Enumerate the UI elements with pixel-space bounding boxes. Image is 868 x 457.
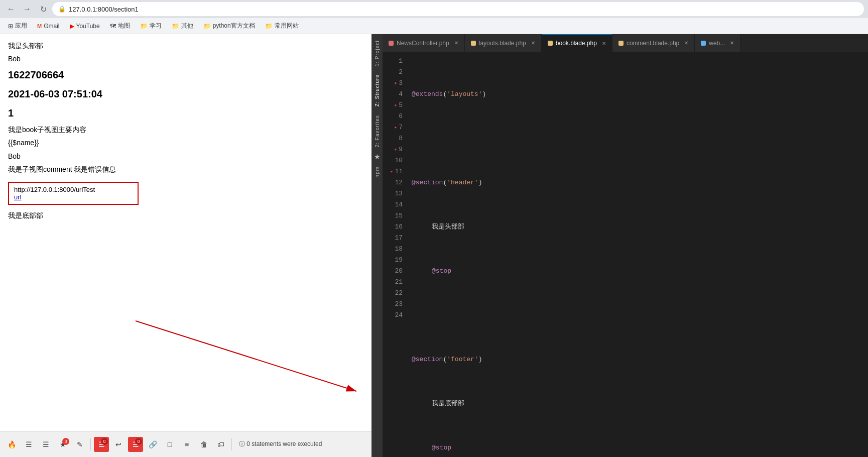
ln-4: 4 <box>383 89 403 100</box>
browser-content[interactable]: 我是头部部 Bob 1622706664 2021-06-03 07:51:04… <box>0 34 371 457</box>
toolbar-separator-1 <box>90 438 91 450</box>
pma-star-btn[interactable]: ★ 3 <box>55 437 70 452</box>
pma-list-btn[interactable]: ☰ 0 <box>94 437 109 452</box>
url-link[interactable]: url <box>14 193 21 201</box>
ide-tab-newscontroller[interactable]: NewsController.php ✕ <box>383 34 465 52</box>
bookmark-youtube[interactable]: ▶ YouTube <box>66 21 104 32</box>
maps-icon: 🗺 <box>110 23 116 30</box>
title-bar: ← → ↻ 🔒 127.0.0.1:8000/section1 <box>0 0 868 18</box>
pma-align-btn[interactable]: ≡ <box>179 437 194 452</box>
ln-9: 9 <box>383 144 403 155</box>
pma-table-btn[interactable]: ☰ <box>21 437 36 452</box>
npm-panel-label[interactable]: npm <box>373 162 382 181</box>
bookmark-study[interactable]: 📁 学习 <box>136 20 166 32</box>
folder-icon-1: 📁 <box>140 23 148 30</box>
bookmark-other[interactable]: 📁 其他 <box>168 20 197 32</box>
header-text: 我是头部部 <box>8 40 363 51</box>
bookmark-label-other: 其他 <box>181 22 193 30</box>
bookmark-label-maps: 地图 <box>118 22 130 30</box>
close-newscontroller-icon[interactable]: ✕ <box>454 40 458 46</box>
ln-16: 16 <box>383 221 403 233</box>
apps-icon: ⊞ <box>8 23 13 30</box>
structure-panel-label[interactable]: Z: Structure <box>373 70 382 110</box>
ide-tab-book[interactable]: book.blade.php ✕ <box>542 34 612 52</box>
bookmark-label-python: python官方文档 <box>213 22 255 30</box>
bookmark-label-youtube: YouTube <box>76 23 100 30</box>
bookmark-common[interactable]: 📁 常用网站 <box>261 20 303 32</box>
list2-badge: 0 <box>135 438 142 445</box>
code-editor-area[interactable]: 1 2 3 4 5 6 7 8 9 10 11 12 13 14 <box>383 52 868 457</box>
ide-tab-label-comment: comment.blade.php <box>627 40 679 47</box>
back-button[interactable]: ← <box>4 2 18 16</box>
ln-14: 14 <box>383 199 403 210</box>
close-layouts-icon[interactable]: ✕ <box>531 40 535 46</box>
toolbar-separator-2 <box>231 438 232 450</box>
lock-icon: 🔒 <box>58 6 66 13</box>
pma-list2-btn[interactable]: ☰ 0 <box>128 437 143 452</box>
browser-window: ← → ↻ 🔒 127.0.0.1:8000/section1 ⊞ 应用 M G… <box>0 0 868 457</box>
name-text: Bob <box>8 53 363 64</box>
ln-6: 6 <box>383 111 403 122</box>
pma-trash-btn[interactable]: 🗑 <box>196 437 211 452</box>
ln-12: 12 <box>383 177 403 188</box>
bookmark-python[interactable]: 📁 python官方文档 <box>199 20 259 32</box>
code-line-6 <box>408 310 868 321</box>
number-text: 1 <box>8 105 363 121</box>
main-area: 我是头部部 Bob 1622706664 2021-06-03 07:51:04… <box>0 34 868 457</box>
ide-side-panel: 1: Project Z: Structure 2: Favorites ★ n… <box>371 34 383 457</box>
list-badge: 0 <box>101 438 108 445</box>
pma-status-text: ⓘ 0 statements were executed <box>239 440 322 448</box>
folder-icon-3: 📁 <box>203 23 211 30</box>
pma-edit-btn[interactable]: ✎ <box>72 437 87 452</box>
bookmark-apps[interactable]: ⊞ 应用 <box>4 20 31 32</box>
pma-fire-btn[interactable]: 🔥 <box>4 437 19 452</box>
ide-editor: NewsController.php ✕ layouts.blade.php ✕… <box>383 34 868 457</box>
url-box: http://127.0.0.1:8000/urlTest url <box>8 182 139 205</box>
comment-text: 我是子视图comment 我是错误信息 <box>8 164 363 175</box>
book-main-text: 我是book子视图主要内容 <box>8 124 363 135</box>
gmail-icon: M <box>37 23 42 29</box>
line-numbers: 1 2 3 4 5 6 7 8 9 10 11 12 13 14 <box>383 52 408 457</box>
close-book-icon[interactable]: ✕ <box>602 41 606 46</box>
ln-18: 18 <box>383 244 403 255</box>
ln-1: 1 <box>383 56 403 67</box>
url-line1: http://127.0.0.1:8000/urlTest <box>14 186 133 193</box>
ide-tab-web[interactable]: web... ✕ <box>695 34 740 52</box>
tab-icon-web <box>701 41 706 46</box>
ln-13: 13 <box>383 188 403 199</box>
ln-8: 8 <box>383 133 403 144</box>
address-bar[interactable]: 🔒 127.0.0.1:8000/section1 <box>52 2 864 16</box>
ide-tab-comment[interactable]: comment.blade.php ✕ <box>612 34 695 52</box>
ln-15: 15 <box>383 210 403 221</box>
pma-tag-btn[interactable]: 🏷 <box>213 437 228 452</box>
address-text: 127.0.0.1:8000/section1 <box>69 6 139 13</box>
star-side-btn[interactable]: ★ <box>371 151 383 162</box>
ln-24: 24 <box>383 310 403 321</box>
forward-button[interactable]: → <box>20 2 34 16</box>
code-text[interactable]: @extends('layouts') @section('header') 我… <box>408 52 868 457</box>
ln-10: 10 <box>383 155 403 166</box>
refresh-button[interactable]: ↻ <box>36 2 50 16</box>
ide-tab-layouts[interactable]: layouts.blade.php ✕ <box>465 34 542 52</box>
code-line-1: @extends('layouts') <box>408 89 868 100</box>
bookmark-label-study: 学习 <box>150 22 162 30</box>
close-comment-icon[interactable]: ✕ <box>684 40 688 46</box>
folder-icon-2: 📁 <box>172 23 179 30</box>
code-line-5: @stop <box>408 266 868 277</box>
close-web-icon[interactable]: ✕ <box>730 40 734 46</box>
pma-undo-btn[interactable]: ↩ <box>111 437 126 452</box>
bookmark-gmail[interactable]: M Gmail <box>33 21 64 32</box>
youtube-icon: ▶ <box>70 23 74 30</box>
ln-23: 23 <box>383 299 403 310</box>
ln-11: 11 <box>383 166 403 177</box>
pma-table2-btn[interactable]: ☰ <box>38 437 53 452</box>
bookmark-maps[interactable]: 🗺 地图 <box>106 20 134 32</box>
project-panel-label[interactable]: 1: Project <box>373 36 382 70</box>
ln-7: 7 <box>383 122 403 133</box>
code-line-8: 我是底部部 <box>408 398 868 409</box>
bob-text: Bob <box>8 151 363 162</box>
pma-link-btn[interactable]: 🔗 <box>145 437 160 452</box>
pma-square-btn[interactable]: □ <box>162 437 177 452</box>
phpmyadmin-toolbar: 🔥 ☰ ☰ ★ 3 ✎ ☰ 0 ↩ ☰ 0 <box>0 431 371 457</box>
favorites-panel-label[interactable]: 2: Favorites <box>373 111 382 151</box>
